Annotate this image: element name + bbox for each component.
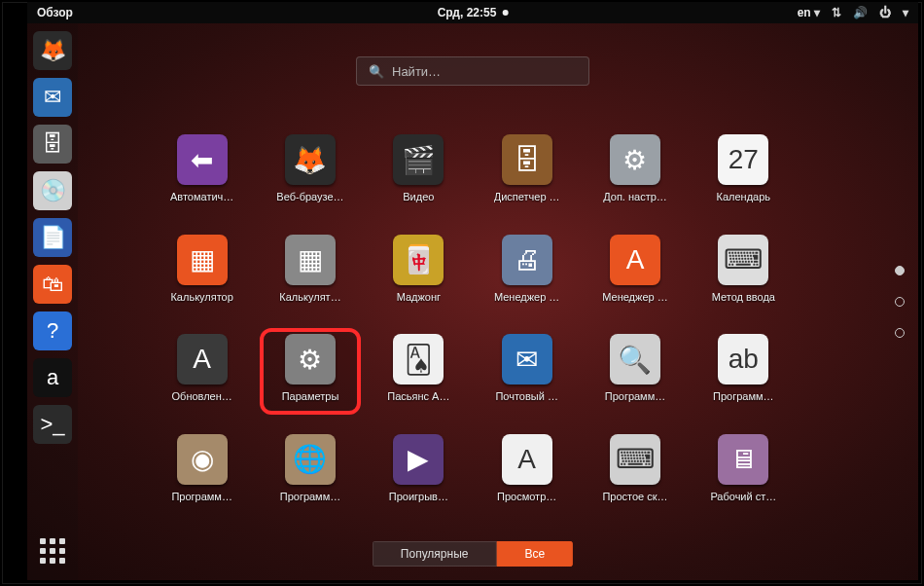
app-aisleriot[interactable]: 🂡Пасьянс А… <box>371 330 467 413</box>
simple-scan-icon: ⌨ <box>610 434 660 485</box>
clock[interactable]: Срд, 22:55 <box>438 6 509 19</box>
calendar-icon: 27 <box>718 134 768 185</box>
app-label: Калькулятор <box>170 291 232 303</box>
app-software-center[interactable]: AМенеджер … <box>586 231 683 313</box>
clock-text: Срд, 22:55 <box>438 6 497 19</box>
notification-dot-icon <box>502 10 508 16</box>
app-fonts[interactable]: abПрограмм… <box>695 330 792 413</box>
app-label: Автоматич… <box>170 191 233 202</box>
app-label: Рабочий ст… <box>710 491 776 502</box>
dock-app-firefox[interactable]: 🦊 <box>33 31 72 70</box>
app-label: Проигрыв… <box>389 491 448 502</box>
tab-all[interactable]: Все <box>496 541 573 567</box>
dock-app-writer[interactable]: 📄 <box>33 218 72 257</box>
app-label: Почтовый … <box>495 390 558 402</box>
app-software-sources[interactable]: ◉Программ… <box>154 430 250 513</box>
chevron-down-icon[interactable]: ▾ <box>903 6 908 19</box>
power-icon[interactable]: ⏻ <box>879 6 891 19</box>
app-image-viewer[interactable]: 🔍Программ… <box>586 330 683 413</box>
app-player[interactable]: ▶Проигрыв… <box>371 430 467 513</box>
page-dot[interactable] <box>895 328 905 338</box>
software-center-icon: A <box>610 235 660 285</box>
app-label: Диспетчер … <box>494 191 560 202</box>
page-dot[interactable] <box>895 297 905 307</box>
app-simple-scan[interactable]: ⌨Простое ск… <box>586 430 683 513</box>
dock-app-thunderbird[interactable]: ✉ <box>33 78 72 117</box>
image-viewer-icon: 🔍 <box>610 334 660 385</box>
backups-icon: ⬅ <box>177 134 228 185</box>
app-tweaks[interactable]: ⚙Доп. настр… <box>586 130 683 213</box>
app-label: Простое ск… <box>602 491 667 502</box>
app-label: Веб-браузе… <box>276 191 343 202</box>
app-print-manager[interactable]: 🖨Менеджер … <box>479 231 575 313</box>
firefox-icon: 🦊 <box>285 134 336 185</box>
app-calendar[interactable]: 27Календарь <box>695 130 792 213</box>
app-label: Параметры <box>282 390 339 402</box>
app-document-viewer[interactable]: AПросмотр… <box>479 430 575 513</box>
fonts-icon: ab <box>718 334 768 385</box>
calculator-icon: ▦ <box>177 235 228 285</box>
app-calculator[interactable]: ▦Калькулятор <box>154 231 250 313</box>
document-viewer-icon: A <box>502 434 552 485</box>
activities-overview: 🦊✉🗄💿📄🛍?a>_ 🔍 Найти… ⬅Автоматич…🦊Веб-брау… <box>27 23 918 580</box>
search-icon: 🔍 <box>369 64 384 79</box>
app-app-store[interactable]: 🌐Программ… <box>262 430 358 513</box>
app-settings[interactable]: ⚙Параметры <box>262 330 358 413</box>
top-bar: Обзор Срд, 22:55 en ▾ ⇅ 🔊 ⏻ ▾ <box>27 2 918 23</box>
app-thunderbird[interactable]: ✉Почтовый … <box>479 330 575 413</box>
app-label: Просмотр… <box>497 491 556 502</box>
app-label: Доп. настр… <box>603 191 667 202</box>
page-dot[interactable] <box>895 266 905 275</box>
app-label: Менеджер … <box>602 291 667 303</box>
dock: 🦊✉🗄💿📄🛍?a>_ <box>27 23 78 580</box>
chevron-down-icon: ▾ <box>814 6 820 19</box>
dock-app-help[interactable]: ? <box>33 311 72 350</box>
app-label: Видео <box>403 191 434 202</box>
app-label: Менеджер … <box>494 291 559 303</box>
dock-app-files[interactable]: 🗄 <box>33 125 72 164</box>
app-mahjongg[interactable]: 🀄Маджонг <box>371 231 467 313</box>
dock-app-rhythmbox[interactable]: 💿 <box>33 171 72 210</box>
remote-desktop-icon: 🖥 <box>718 434 768 485</box>
software-updater-icon: A <box>177 334 228 385</box>
dock-app-software[interactable]: 🛍 <box>33 265 72 304</box>
app-grid: ⬅Автоматич…🦊Веб-браузе…🎬Видео🗄Диспетчер … <box>154 130 792 512</box>
network-icon[interactable]: ⇅ <box>832 6 841 19</box>
activities-button[interactable]: Обзор <box>37 6 73 19</box>
app-remote-desktop[interactable]: 🖥Рабочий ст… <box>695 430 792 513</box>
app-store-icon: 🌐 <box>285 434 336 485</box>
app-calc[interactable]: ▦Калькулят… <box>262 231 358 313</box>
keyboard-layout-indicator[interactable]: en ▾ <box>798 6 820 19</box>
app-label: Маджонг <box>397 291 441 303</box>
app-label: Программ… <box>280 491 341 502</box>
dock-app-terminal[interactable]: >_ <box>33 405 72 444</box>
thunderbird-icon: ✉ <box>502 334 552 385</box>
print-manager-icon: 🖨 <box>502 235 552 285</box>
tab-frequent[interactable]: Популярные <box>373 541 497 567</box>
archive-manager-icon: 🗄 <box>502 134 552 185</box>
mahjongg-icon: 🀄 <box>393 235 444 285</box>
app-firefox[interactable]: 🦊Веб-браузе… <box>262 130 358 213</box>
videos-icon: 🎬 <box>393 134 444 185</box>
app-label: Обновлен… <box>172 390 232 402</box>
view-tabs: Популярные Все <box>373 541 573 567</box>
calc-icon: ▦ <box>285 235 336 285</box>
search-placeholder: Найти… <box>392 64 441 79</box>
show-apps-button[interactable] <box>33 531 72 570</box>
app-label: Программ… <box>713 390 774 402</box>
app-label: Калькулят… <box>279 291 340 303</box>
app-label: Пасьянс А… <box>387 390 449 402</box>
app-label: Программ… <box>171 491 232 502</box>
tweaks-icon: ⚙ <box>610 134 660 185</box>
search-input[interactable]: 🔍 Найти… <box>356 56 589 86</box>
input-method-icon: ⌨ <box>718 235 768 285</box>
dock-app-amazon[interactable]: a <box>33 358 72 397</box>
page-indicator[interactable] <box>895 266 905 338</box>
app-backups[interactable]: ⬅Автоматич… <box>154 130 250 213</box>
app-input-method[interactable]: ⌨Метод ввода <box>695 231 792 313</box>
app-videos[interactable]: 🎬Видео <box>371 130 467 213</box>
app-archive-manager[interactable]: 🗄Диспетчер … <box>479 130 575 213</box>
player-icon: ▶ <box>393 434 444 485</box>
app-software-updater[interactable]: AОбновлен… <box>154 330 250 413</box>
volume-icon[interactable]: 🔊 <box>853 6 868 19</box>
